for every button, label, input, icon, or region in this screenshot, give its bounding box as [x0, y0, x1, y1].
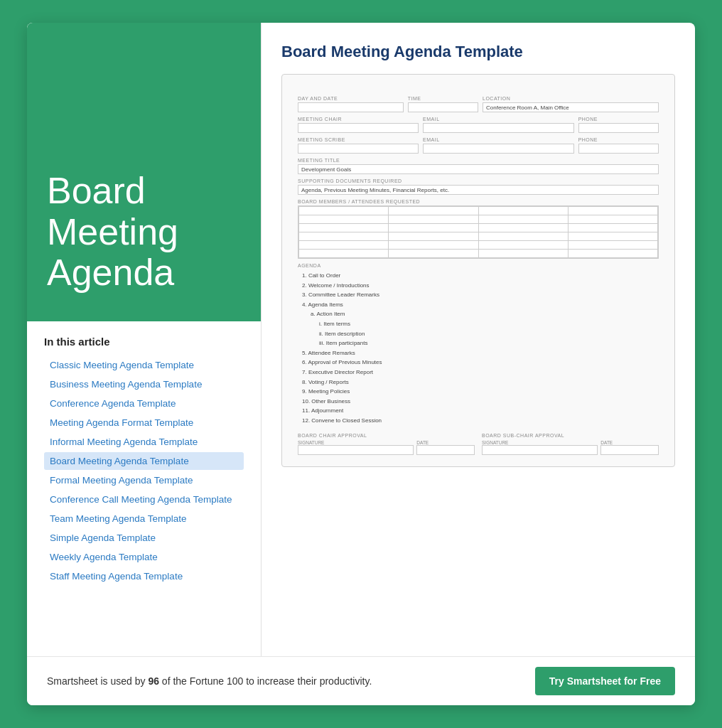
phone-label: PHONE [578, 117, 659, 122]
toc-item[interactable]: Weekly Agenda Template [44, 548, 244, 566]
date2-field: DATE [600, 440, 659, 455]
toc-item[interactable]: Staff Meeting Agenda Template [44, 567, 244, 585]
time-field: TIME [408, 96, 478, 112]
signature-field: SIGNATURE [298, 440, 414, 455]
day-date-box [298, 102, 404, 112]
email-box [423, 123, 574, 133]
agenda-item: 10. Other Business [302, 397, 659, 407]
phone-box [578, 123, 659, 133]
agenda-item: 7. Executive Director Report [302, 368, 659, 378]
right-panel[interactable]: Board Meeting Agenda Template DAY AND DA… [262, 23, 695, 656]
toc-section: In this article Classic Meeting Agenda T… [27, 321, 261, 656]
meeting-chair-label: MEETING CHAIR [298, 117, 419, 122]
signature2-label: SIGNATURE [482, 440, 598, 445]
location-box: Conference Room A, Main Office [483, 102, 659, 112]
agenda-label: AGENDA [298, 263, 659, 268]
day-date-field: DAY AND DATE [298, 96, 404, 112]
approval-row: BOARD CHAIR APPROVAL SIGNATURE DATE [298, 433, 659, 455]
signature-box [298, 445, 414, 455]
toc-item[interactable]: Business Meeting Agenda Template [44, 375, 244, 393]
date2-box [600, 445, 659, 455]
signature2-field: SIGNATURE [482, 440, 598, 455]
toc-item[interactable]: Formal Meeting Agenda Template [44, 471, 244, 489]
toc-item[interactable]: Meeting Agenda Format Template [44, 414, 244, 432]
agenda-list: 1. Call to Order2. Welcome / Introductio… [298, 271, 659, 426]
agenda-item: 8. Voting / Reports [302, 378, 659, 387]
main-card: BoardMeetingAgenda In this article Class… [27, 23, 695, 705]
attendees-label: BOARD MEMBERS / ATTENDEES REQUESTED [298, 199, 659, 204]
agenda-item: i. Item terms [319, 319, 659, 329]
date2-label: DATE [600, 440, 659, 445]
meeting-scribe-box [298, 144, 419, 154]
agenda-item: 9. Meeting Policies [302, 387, 659, 397]
location-field: LOCATION Conference Room A, Main Office [483, 96, 659, 112]
email-label: EMAIL [423, 117, 574, 122]
toc-item[interactable]: Classic Meeting Agenda Template [44, 356, 244, 374]
time-label: TIME [408, 96, 478, 101]
toc-item[interactable]: Simple Agenda Template [44, 529, 244, 547]
phone-field: PHONE [578, 117, 659, 133]
date-label: DATE [416, 440, 475, 445]
agenda-item: iii. Item participants [319, 338, 659, 348]
board-subchair-title: BOARD SUB-CHAIR APPROVAL [482, 433, 659, 438]
day-date-label: DAY AND DATE [298, 96, 404, 101]
doc-preview: DAY AND DATE TIME LOCATION Conference Ro… [281, 74, 675, 467]
email2-box [423, 144, 574, 154]
phone2-label: PHONE [578, 137, 659, 142]
phone2-box [578, 144, 659, 154]
cta-button[interactable]: Try Smartsheet for Free [535, 667, 675, 695]
toc-heading: In this article [44, 336, 244, 348]
email2-field: EMAIL [423, 137, 574, 154]
signature-label: SIGNATURE [298, 440, 414, 445]
board-chair-col: BOARD CHAIR APPROVAL SIGNATURE DATE [298, 433, 475, 455]
agenda-item: a. Action Item [311, 309, 659, 319]
board-chair-title: BOARD CHAIR APPROVAL [298, 433, 475, 438]
main-content: BoardMeetingAgenda In this article Class… [27, 23, 695, 656]
bottom-bar-text: Smartsheet is used by 96 of the Fortune … [47, 675, 372, 687]
meeting-chair-field: MEETING CHAIR [298, 117, 419, 133]
email-field: EMAIL [423, 117, 574, 133]
email2-label: EMAIL [423, 137, 574, 142]
agenda-item: 2. Welcome / Introductions [302, 281, 659, 291]
left-panel: BoardMeetingAgenda In this article Class… [27, 23, 262, 656]
meeting-title-label: MEETING TITLE [298, 158, 659, 163]
board-chair-fields: SIGNATURE DATE [298, 440, 475, 455]
date-field: DATE [416, 440, 475, 455]
agenda-item: 3. Committee Leader Remarks [302, 290, 659, 300]
supporting-docs-box: Agenda, Previous Meeting Minutes, Financ… [298, 185, 659, 195]
date-box [416, 445, 475, 455]
meeting-scribe-field: MEETING SCRIBE [298, 137, 419, 154]
time-box [408, 102, 478, 112]
doc-row-2: MEETING CHAIR EMAIL PHONE [298, 117, 659, 133]
toc-item[interactable]: Conference Call Meeting Agenda Template [44, 491, 244, 508]
board-subchair-fields: SIGNATURE DATE [482, 440, 659, 455]
phone2-field: PHONE [578, 137, 659, 154]
attendees-grid [298, 205, 659, 259]
hero-section: BoardMeetingAgenda [27, 23, 261, 321]
agenda-item: 1. Call to Order [302, 271, 659, 281]
doc-row-1: DAY AND DATE TIME LOCATION Conference Ro… [298, 96, 659, 112]
article-title: Board Meeting Agenda Template [281, 43, 675, 61]
location-label: LOCATION [483, 96, 659, 101]
toc-item[interactable]: Conference Agenda Template [44, 395, 244, 412]
meeting-title-box: Development Goals [298, 164, 659, 174]
signature2-box [482, 445, 598, 455]
toc-item[interactable]: Team Meeting Agenda Template [44, 510, 244, 528]
toc-list: Classic Meeting Agenda TemplateBusiness … [44, 356, 244, 585]
agenda-item: 11. Adjournment [302, 406, 659, 416]
agenda-item: 6. Approval of Previous Minutes [302, 358, 659, 368]
doc-row-3: MEETING SCRIBE EMAIL PHONE [298, 137, 659, 154]
board-subchair-col: BOARD SUB-CHAIR APPROVAL SIGNATURE DATE [482, 433, 659, 455]
meeting-chair-box [298, 123, 419, 133]
bottom-bar: Smartsheet is used by 96 of the Fortune … [27, 656, 695, 705]
agenda-item: 5. Attendee Remarks [302, 348, 659, 358]
supporting-docs-label: SUPPORTING DOCUMENTS REQUIRED [298, 178, 659, 183]
toc-item[interactable]: Board Meeting Agenda Template [44, 452, 244, 470]
hero-title: BoardMeetingAgenda [47, 171, 178, 293]
toc-item[interactable]: Informal Meeting Agenda Template [44, 433, 244, 451]
agenda-item: ii. Item description [319, 329, 659, 339]
agenda-item: 4. Agenda Items [302, 300, 659, 310]
meeting-scribe-label: MEETING SCRIBE [298, 137, 419, 142]
agenda-item: 12. Convene to Closed Session [302, 416, 659, 426]
